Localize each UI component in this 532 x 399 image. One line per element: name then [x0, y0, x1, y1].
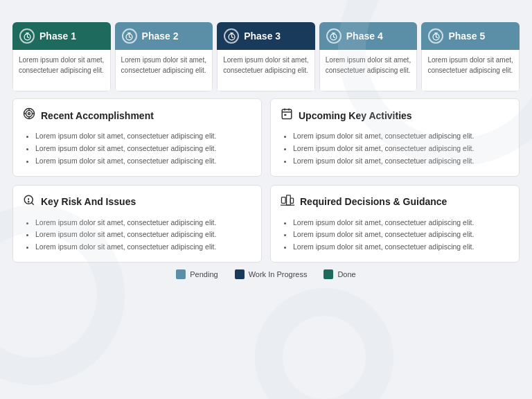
phase-block-2[interactable]: Phase 2Lorem ipsum dolor sit amet, conse… [115, 22, 213, 91]
list-item: Lorem ipsum dolor sit amet, consectetuer… [293, 155, 509, 168]
list-item: Lorem ipsum dolor sit amet, consectetuer… [293, 241, 509, 254]
phase-label-2: Phase 2 [142, 30, 179, 42]
card-list-recent-accomplishment: Lorem ipsum dolor sit amet, consectetuer… [23, 130, 251, 168]
card-title-required-decisions: Required Decisions & Guidance [281, 194, 509, 210]
svg-line-17 [334, 37, 335, 37]
card-list-upcoming-activities: Lorem ipsum dolor sit amet, consectetuer… [281, 130, 509, 168]
card-title-text-key-risk: Key Risk And Issues [41, 196, 136, 207]
list-item: Lorem ipsum dolor sit amet, consectetuer… [293, 143, 509, 155]
legend-dot-pending [176, 269, 186, 279]
card-title-recent-accomplishment: Recent Accomplishment [23, 107, 251, 123]
card-list-required-decisions: Lorem ipsum dolor sit amet, consectetuer… [281, 217, 509, 254]
svg-point-40 [28, 201, 29, 202]
card-title-text-recent-accomplishment: Recent Accomplishment [41, 110, 154, 121]
card-list-key-risk: Lorem ipsum dolor sit amet, consectetuer… [23, 217, 251, 254]
list-item: Lorem ipsum dolor sit amet, consectetuer… [293, 229, 509, 241]
svg-line-7 [130, 37, 131, 37]
timer-icon-5 [428, 28, 443, 44]
phase-label-5: Phase 5 [448, 30, 485, 42]
phase-label-1: Phase 1 [39, 30, 76, 42]
svg-rect-42 [287, 195, 291, 204]
legend-label-pending: Pending [190, 270, 218, 278]
phase-block-4[interactable]: Phase 4Lorem ipsum dolor sit amet, conse… [319, 22, 418, 91]
phase-block-3[interactable]: Phase 3Lorem ipsum dolor sit amet, conse… [217, 22, 315, 91]
card-title-text-upcoming-activities: Upcoming Key Activities [299, 110, 412, 121]
legend-item-done: Done [323, 269, 355, 279]
svg-rect-41 [281, 197, 285, 203]
legend-item-wip: Work In Progress [235, 269, 308, 279]
phase-label-3: Phase 3 [244, 30, 281, 42]
phase-header-4: Phase 4 [319, 22, 418, 50]
legend-dot-done [323, 269, 333, 279]
info-card-upcoming-activities: Upcoming Key ActivitiesLorem ipsum dolor… [270, 98, 520, 177]
svg-rect-36 [284, 114, 286, 116]
phase-body-3: Lorem ipsum dolor sit amet, consectetuer… [217, 50, 315, 91]
list-item: Lorem ipsum dolor sit amet, consectetuer… [35, 217, 251, 229]
timer-icon-3 [224, 28, 239, 44]
bottom-grid: Recent AccomplishmentLorem ipsum dolor s… [12, 98, 520, 263]
legend-label-done: Done [337, 270, 355, 278]
card-title-key-risk: Key Risk And Issues [23, 194, 251, 210]
phase-header-1: Phase 1 [12, 22, 111, 50]
svg-point-27 [28, 113, 30, 115]
phase-header-2: Phase 2 [115, 22, 213, 50]
list-item: Lorem ipsum dolor sit amet, consectetuer… [35, 229, 251, 241]
list-item: Lorem ipsum dolor sit amet, consectetuer… [293, 217, 509, 229]
info-card-key-risk: Key Risk And IssuesLorem ipsum dolor sit… [12, 185, 262, 263]
legend-dot-wip [235, 269, 245, 279]
legend: PendingWork In ProgressDone [12, 269, 520, 279]
phase-body-2: Lorem ipsum dolor sit amet, consectetuer… [115, 50, 213, 91]
info-card-recent-accomplishment: Recent AccomplishmentLorem ipsum dolor s… [12, 98, 262, 177]
phase-body-4: Lorem ipsum dolor sit amet, consectetuer… [319, 50, 418, 91]
list-item: Lorem ipsum dolor sit amet, consectetuer… [293, 130, 509, 143]
timer-icon-1 [19, 28, 35, 44]
info-card-required-decisions: Required Decisions & GuidanceLorem ipsum… [270, 185, 520, 263]
list-item: Lorem ipsum dolor sit amet, consectetuer… [35, 155, 251, 168]
svg-line-38 [31, 202, 33, 204]
phase-block-5[interactable]: Phase 5Lorem ipsum dolor sit amet, conse… [421, 22, 520, 91]
page-container: Phase 1Lorem ipsum dolor sit amet, conse… [0, 0, 532, 399]
legend-item-pending: Pending [176, 269, 218, 279]
phase-header-5: Phase 5 [421, 22, 520, 50]
legend-label-wip: Work In Progress [249, 270, 308, 278]
risk-icon [23, 194, 35, 210]
svg-line-12 [231, 37, 233, 37]
phase-body-5: Lorem ipsum dolor sit amet, consectetuer… [421, 50, 520, 91]
svg-point-26 [26, 111, 33, 117]
decisions-icon [281, 194, 294, 210]
deco-circle-3 [255, 288, 393, 399]
calendar-icon [281, 107, 293, 123]
phase-body-1: Lorem ipsum dolor sit amet, consectetuer… [12, 50, 111, 91]
svg-line-22 [436, 37, 437, 37]
card-title-upcoming-activities: Upcoming Key Activities [281, 107, 509, 123]
target-icon [23, 107, 35, 123]
svg-rect-32 [282, 109, 292, 119]
card-title-text-required-decisions: Required Decisions & Guidance [300, 196, 447, 207]
list-item: Lorem ipsum dolor sit amet, consectetuer… [35, 130, 251, 143]
list-item: Lorem ipsum dolor sit amet, consectetuer… [35, 143, 251, 155]
phase-header-3: Phase 3 [217, 22, 315, 50]
phases-row: Phase 1Lorem ipsum dolor sit amet, conse… [12, 22, 520, 91]
timer-icon-4 [326, 28, 342, 44]
list-item: Lorem ipsum dolor sit amet, consectetuer… [35, 241, 251, 254]
svg-line-2 [27, 37, 28, 37]
phase-label-4: Phase 4 [346, 30, 383, 42]
phase-block-1[interactable]: Phase 1Lorem ipsum dolor sit amet, conse… [12, 22, 111, 91]
timer-icon-2 [122, 28, 137, 44]
svg-rect-43 [290, 198, 293, 203]
